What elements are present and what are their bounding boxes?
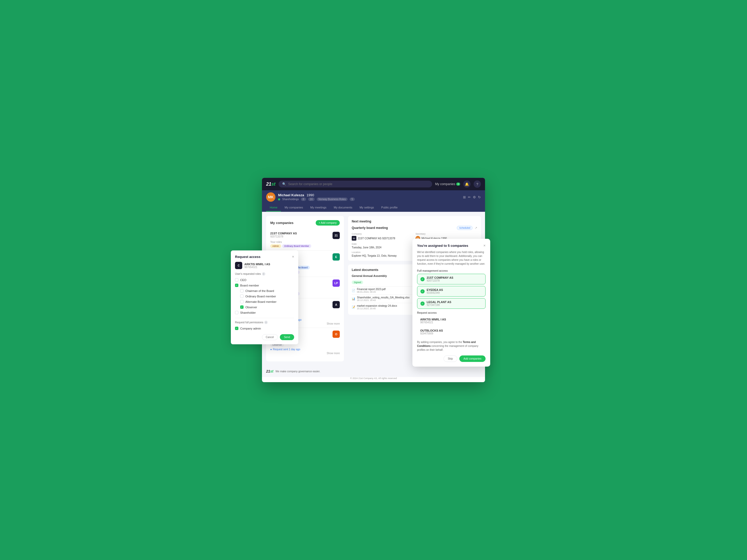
add-companies-button[interactable]: Add companies [459, 355, 486, 362]
request-access-modal: Request access × C ARKTIS MNRL I AS 9876… [231, 250, 298, 344]
modal-company-avatar: C [235, 262, 242, 269]
tab-public-profile[interactable]: Public profile [378, 204, 401, 212]
shareholdings-label: Shareholdings [282, 198, 299, 201]
secretary-field-label: Secretary [415, 233, 477, 235]
location-field-label: Location [352, 251, 413, 254]
tab-my-companies[interactable]: My companies [281, 204, 307, 212]
edit-icon[interactable]: ✏ [468, 195, 471, 199]
role-option-shareholder[interactable]: Shareholder [235, 310, 294, 315]
help-icon[interactable]: ? [473, 181, 481, 188]
search-icon: 🔍 [282, 182, 286, 186]
my-companies-title: My companies [270, 221, 293, 225]
role-option-board-member[interactable]: Board member [235, 283, 294, 288]
company-logo-legal-plant: LP [333, 279, 340, 287]
docx-icon: 📝 [352, 305, 355, 309]
my-companies-nav[interactable]: My companies 3 [435, 182, 460, 186]
scheduled-badge: Scheduled [457, 226, 472, 230]
managed-company-21st[interactable]: ✓ 21ST COMPANY AS 920713378 [417, 274, 486, 285]
role-checkbox-ceo[interactable] [235, 278, 238, 282]
request-company-outblocks: OUTBLOCKS AS 929475909 [417, 327, 486, 337]
search-bar[interactable]: 🔍 [279, 181, 432, 187]
company-logo-eyedea: E [333, 253, 340, 261]
company-logo-arktis: A [333, 301, 340, 308]
signed-badge: Signed [352, 281, 363, 284]
managed-company-legal-plant[interactable]: ✓ LEGAL PLANT AS 927347199 [417, 298, 486, 309]
role-checkbox-company-admin[interactable] [235, 327, 238, 330]
add-company-button[interactable]: + Add company [316, 220, 340, 225]
role-checkbox-chairman[interactable] [240, 289, 243, 292]
assigned-terms: By adding companies, you agree to the Te… [417, 340, 486, 352]
meeting-company-logo: 21 [352, 236, 356, 241]
check-mark-legal-plant: ✓ [420, 301, 424, 306]
refresh-icon[interactable]: ↻ [478, 195, 481, 199]
footer-tagline: We make company governance easier. [276, 370, 320, 373]
role-checkbox-observer[interactable] [240, 305, 243, 309]
company-logo-outblocks: O [333, 330, 340, 338]
meeting-title: Quarterly board meeting [352, 226, 388, 230]
show-more-outblocks[interactable]: Show more [270, 352, 340, 355]
role-tag-ordinary: Ordinary Board Member [282, 244, 311, 248]
users-requested-roles-label: User's requested roles i [235, 272, 294, 275]
role-option-ordinary[interactable]: Ordinary Board member [240, 293, 294, 299]
role-option-ceo[interactable]: CEO [235, 277, 294, 283]
top-nav: 21st 🔍 My companies 3 🔔 ? [262, 178, 485, 190]
role-checkbox-board-member[interactable] [235, 284, 238, 287]
managed-company-eyedea[interactable]: ✓ EYEDEA AS 915642349 [417, 286, 486, 297]
tab-my-settings[interactable]: My settings [356, 204, 378, 212]
meeting-company-name: 21ST COMPANY AS 920713378 [358, 237, 395, 240]
avatar: MK [266, 192, 276, 202]
company-item-21st: 21ST COMPANY AS 920713378 21 Your roles … [270, 229, 340, 251]
profile-name: Michael Kulesza [278, 193, 304, 197]
skip-button[interactable]: Skip [443, 355, 457, 362]
app-logo: 21st [266, 182, 276, 187]
role-checkbox-ordinary[interactable] [240, 295, 243, 298]
company-field-label: Company [352, 233, 413, 235]
xlsx-icon: 📊 [352, 297, 355, 300]
permissions-info-icon: i [264, 321, 268, 324]
cancel-button[interactable]: Cancel [262, 334, 278, 340]
settings-icon[interactable]: ⚙ [473, 195, 476, 199]
role-checkbox-shareholder[interactable] [235, 311, 238, 314]
norway-label: Norway Business Roles [317, 197, 348, 201]
role-option-alternate[interactable]: Alternate Board member [240, 299, 294, 304]
tab-my-meetings[interactable]: My meetings [307, 204, 330, 212]
modal-company-id: 987654321 [244, 266, 270, 269]
role-option-company-admin[interactable]: Company admin [235, 326, 294, 331]
request-access-label: Request access [417, 311, 486, 314]
my-companies-badge: 3 [456, 183, 460, 186]
search-input[interactable] [288, 182, 429, 186]
full-management-label: Full management access [417, 269, 486, 272]
external-link-icon[interactable]: ↗ [475, 226, 477, 230]
meeting-date: Tuesday, June 18th, 2024 [352, 246, 413, 249]
footer-copyright: © 2024 21st Company AS, All rights reser… [262, 377, 485, 382]
grid-icon[interactable]: ⊞ [463, 195, 466, 199]
profile-bar: MK Michael Kulesza 1990 Shareholdings 8 … [262, 190, 485, 204]
role-checkbox-alternate[interactable] [240, 300, 243, 303]
company-logo-21st: 21 [333, 232, 340, 239]
assigned-description: We've identified companies where you hol… [417, 250, 486, 266]
send-button[interactable]: Send [280, 334, 294, 340]
assigned-close-button[interactable]: × [484, 243, 486, 247]
next-meeting-title: Next meeting [352, 220, 477, 223]
status-dot [278, 198, 280, 201]
pdf-icon: 📄 [352, 289, 355, 292]
request-sent-outblocks: ● Request sent 1 day ago [270, 348, 340, 351]
notification-icon[interactable]: 🔔 [463, 181, 470, 188]
role-tag-admin: Admin [270, 244, 281, 248]
modal-close-button[interactable]: × [292, 255, 294, 259]
tab-my-documents[interactable]: My documents [330, 204, 356, 212]
company-name: 21ST COMPANY AS [270, 232, 297, 235]
footer-bar: 21st We make company governance easier. [262, 366, 485, 377]
role-option-observer[interactable]: Observer [240, 304, 294, 310]
info-icon: i [262, 272, 265, 275]
tab-home[interactable]: Home [266, 204, 281, 212]
company-id: 920713378 [270, 235, 297, 238]
request-company-arktis: ARKTIS MNRL I AS 987654321 [417, 316, 486, 326]
company-admin-label: Company admin [240, 327, 261, 330]
modal-title: Request access [235, 255, 260, 259]
check-mark-21st: ✓ [420, 277, 424, 281]
nr-count: 16 [308, 197, 315, 201]
norway-count: 5 [350, 197, 355, 201]
footer-logo: 21st [266, 369, 274, 373]
role-option-chairman[interactable]: Chairman of the Board [240, 288, 294, 293]
